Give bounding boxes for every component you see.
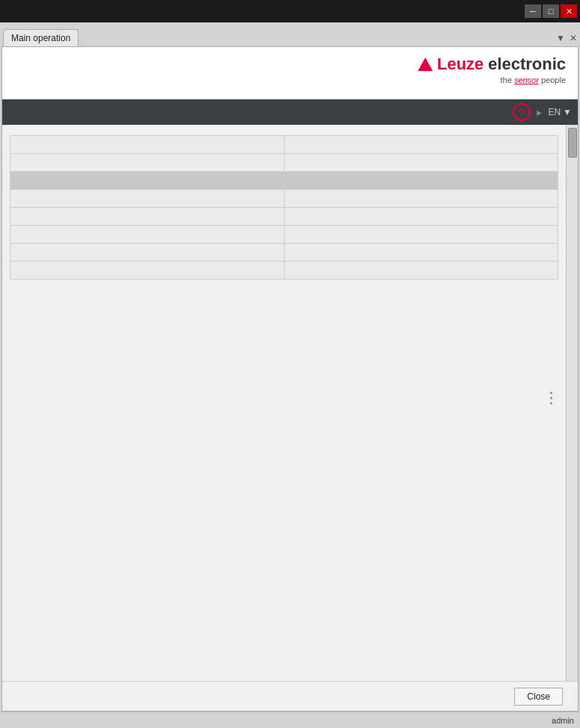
table-cell [284,154,558,172]
panel-footer: Close [2,681,578,711]
tab-close-button[interactable]: ✕ [570,33,577,43]
tab-actions: ▼ ✕ [556,33,577,43]
table-row [10,244,558,262]
table-cell [284,244,558,262]
maximize-button[interactable]: □ [543,4,559,18]
resize-dot [550,392,552,394]
panel-header: Leuze electronic the sensor people [2,47,578,99]
toolbar-separator: ▸ [537,106,542,118]
table-row [10,190,558,208]
scrollbar-thumb[interactable] [568,128,577,158]
table-cell [284,136,558,154]
language-label: EN [548,107,561,117]
table-cell [10,244,285,262]
data-table [10,135,558,280]
table-cell [284,208,558,226]
content-panel: Leuze electronic the sensor people ? ▸ E… [1,46,579,712]
minimize-button[interactable]: ─ [525,4,541,18]
panel-body [2,125,578,681]
table-cell [10,154,285,172]
resize-dot [550,402,552,404]
logo: Leuze electronic [418,55,566,74]
table-cell [10,208,285,226]
table-cell [10,172,285,190]
table-cell [284,190,558,208]
table-cell [284,262,558,280]
title-bar: ─ □ ✕ [0,0,580,22]
logo-tagline: the sensor people [501,75,566,84]
table-cell [10,226,285,244]
toolbar: ? ▸ EN ▼ [2,99,578,125]
table-cell [10,262,285,280]
table-row [10,226,558,244]
help-button[interactable]: ? [513,103,531,121]
table-row [10,136,558,154]
main-content [2,125,566,681]
user-label: admin [552,716,574,725]
table-row [10,154,558,172]
main-window: Main operation ▼ ✕ Leuze electronic the … [0,22,580,728]
table-cell [284,226,558,244]
close-button[interactable]: Close [514,688,563,706]
main-operation-tab[interactable]: Main operation [3,29,78,46]
logo-electronic: electronic [488,55,566,74]
vertical-scrollbar[interactable] [566,125,578,681]
resize-handle[interactable] [550,392,552,404]
status-bar: admin [0,712,580,728]
language-selector[interactable]: EN ▼ [548,107,572,117]
table-cell [10,136,285,154]
table-cell [284,172,558,190]
table-row [10,172,558,190]
table-row [10,262,558,280]
logo-triangle-icon [418,58,433,71]
window-controls: ─ □ ✕ [525,4,577,18]
table-row [10,208,558,226]
logo-sensor-word: sensor [514,75,539,84]
tab-pin-button[interactable]: ▼ [556,33,565,43]
resize-dot [550,397,552,399]
window-close-button[interactable]: ✕ [561,4,577,18]
language-arrow-icon: ▼ [563,107,572,117]
tab-bar: Main operation ▼ ✕ [0,22,580,46]
table-cell [10,190,285,208]
logo-leuze: Leuze [437,55,484,74]
